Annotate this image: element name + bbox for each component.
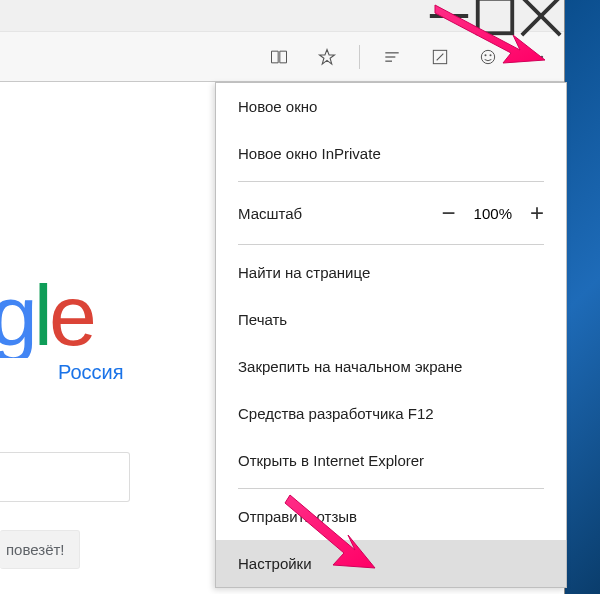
menu-settings[interactable]: Настройки xyxy=(216,540,566,587)
menu-separator xyxy=(238,244,544,245)
menu-new-window[interactable]: Новое окно xyxy=(216,83,566,130)
zoom-value: 100% xyxy=(474,205,512,222)
toolbar xyxy=(0,32,564,82)
svg-point-12 xyxy=(535,55,538,58)
reading-view-icon[interactable] xyxy=(259,37,299,77)
menu-pin-start[interactable]: Закрепить на начальном экране xyxy=(216,343,566,390)
window-maximize-button[interactable] xyxy=(472,0,518,32)
search-box-fragment[interactable] xyxy=(0,452,130,502)
svg-rect-1 xyxy=(478,0,513,33)
svg-point-8 xyxy=(481,50,494,63)
svg-point-13 xyxy=(541,55,544,58)
logo-letter-g: g xyxy=(0,272,34,358)
menu-new-inprivate[interactable]: Новое окно InPrivate xyxy=(216,130,566,177)
menu-separator xyxy=(238,181,544,182)
svg-point-11 xyxy=(529,55,532,58)
more-menu-icon[interactable] xyxy=(516,37,556,77)
zoom-out-button[interactable]: − xyxy=(442,201,456,225)
menu-zoom-row: Масштаб − 100% + xyxy=(216,186,566,240)
zoom-in-button[interactable]: + xyxy=(530,201,544,225)
menu-open-ie[interactable]: Открыть в Internet Explorer xyxy=(216,437,566,484)
favorites-star-icon[interactable] xyxy=(307,37,347,77)
google-region-label: Россия xyxy=(58,362,150,382)
menu-separator xyxy=(238,488,544,489)
window-minimize-button[interactable] xyxy=(426,0,472,32)
menu-devtools[interactable]: Средства разработчика F12 xyxy=(216,390,566,437)
svg-point-10 xyxy=(490,54,492,56)
toolbar-divider xyxy=(359,45,360,69)
web-note-icon[interactable] xyxy=(420,37,460,77)
zoom-label: Масштаб xyxy=(238,205,302,222)
google-logo-fragment: gle Россия xyxy=(0,272,150,382)
settings-menu: Новое окно Новое окно InPrivate Масштаб … xyxy=(215,82,567,588)
share-icon[interactable] xyxy=(468,37,508,77)
lucky-button-fragment[interactable]: повезёт! xyxy=(0,530,80,569)
hub-icon[interactable] xyxy=(372,37,412,77)
logo-letter-l: l xyxy=(34,272,49,358)
window-close-button[interactable] xyxy=(518,0,564,32)
svg-point-9 xyxy=(485,54,487,56)
logo-letter-e: e xyxy=(49,272,93,358)
title-bar xyxy=(0,0,564,32)
menu-print[interactable]: Печать xyxy=(216,296,566,343)
menu-feedback[interactable]: Отправить отзыв xyxy=(216,493,566,540)
menu-find[interactable]: Найти на странице xyxy=(216,249,566,296)
